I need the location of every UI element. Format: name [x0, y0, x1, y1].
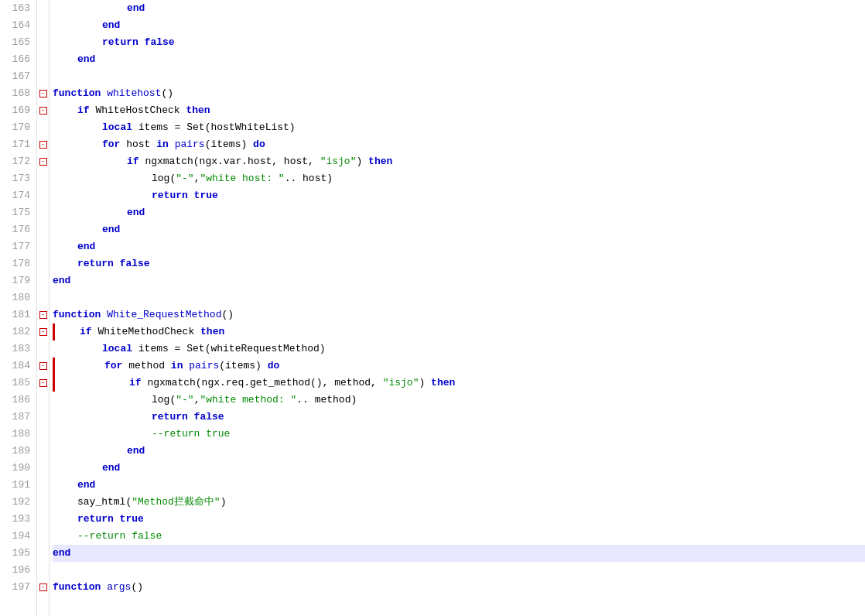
token-kw: then: [368, 153, 392, 170]
token-plain: items = Set(hostWhiteList): [138, 119, 296, 136]
token-plain: ,: [194, 170, 200, 187]
token-plain: (items): [205, 136, 253, 153]
line-number: 164: [6, 17, 30, 34]
fold-icon[interactable]: -: [39, 362, 47, 370]
code-line: if WhiteMethodCheck then: [53, 323, 865, 341]
code-line: end: [53, 0, 865, 17]
line-number: 191: [6, 477, 30, 494]
code-line: local items = Set(hostWhiteList): [53, 119, 865, 136]
code-line: for method in pairs(items) do: [53, 358, 865, 375]
fold-indicator[interactable]: -: [37, 102, 49, 119]
fold-indicator[interactable]: -: [37, 358, 49, 375]
token-kw: return true: [77, 511, 144, 528]
code-line: end: [53, 51, 865, 68]
line-number: 171: [6, 136, 30, 153]
code-line: --return false: [53, 528, 865, 545]
line-number: 196: [6, 562, 30, 579]
line-number: 192: [6, 494, 30, 511]
line-number: 184: [6, 358, 30, 375]
code-line: log("-","white method: ".. method): [53, 392, 865, 409]
fold-icon[interactable]: -: [39, 583, 47, 591]
fold-indicator[interactable]: -: [37, 136, 49, 153]
token-str: "isjo": [383, 375, 419, 392]
code-content: endendreturn falseendfunction whitehost(…: [50, 0, 865, 616]
fold-indicator: [37, 494, 49, 511]
fold-indicator: [37, 460, 49, 477]
fold-indicator: [37, 562, 49, 579]
fold-indicator: [37, 443, 49, 460]
token-plain: ngxmatch(ngx.req.get_method(), method,: [147, 375, 382, 392]
line-number: 174: [6, 187, 30, 204]
fold-indicator[interactable]: -: [37, 579, 49, 596]
fold-indicator[interactable]: -: [37, 85, 49, 102]
code-line: return false: [53, 409, 865, 426]
red-bar-indicator: [53, 358, 55, 375]
line-number: 168: [6, 85, 30, 102]
fold-icon[interactable]: -: [39, 158, 47, 166]
line-number: 197: [6, 579, 30, 596]
line-number: 176: [6, 221, 30, 238]
code-line: end: [53, 460, 865, 477]
fold-indicator: [37, 528, 49, 545]
line-number: 188: [6, 426, 30, 443]
line-number: 187: [6, 409, 30, 426]
line-number: 193: [6, 511, 30, 528]
fold-indicator[interactable]: -: [37, 375, 49, 392]
token-kw: end: [102, 221, 120, 238]
token-kw: end: [77, 51, 95, 68]
token-plain: (items): [219, 358, 267, 375]
line-number: 165: [6, 34, 30, 51]
token-plain: .. host): [285, 170, 333, 187]
fold-indicator: [37, 511, 49, 528]
fold-indicator: [37, 187, 49, 204]
token-kw: function: [53, 579, 107, 596]
code-editor: 1631641651661671681691701711721731741751…: [0, 0, 865, 616]
fold-icon[interactable]: -: [39, 107, 47, 115]
token-fn: whitehost: [107, 85, 161, 102]
code-line: end: [53, 221, 865, 238]
line-number: 190: [6, 460, 30, 477]
line-number: 172: [6, 153, 30, 170]
token-plain: host: [126, 136, 156, 153]
fold-icon[interactable]: -: [39, 328, 47, 336]
line-numbers: 1631641651661671681691701711721731741751…: [0, 0, 37, 616]
line-number: 180: [6, 289, 30, 306]
line-number: 186: [6, 392, 30, 409]
token-kw: for: [102, 136, 126, 153]
code-line: if ngxmatch(ngx.var.host, host, "isjo") …: [53, 153, 865, 170]
line-number: 175: [6, 204, 30, 221]
token-plain: (): [221, 306, 234, 323]
token-kw: end: [77, 238, 95, 255]
token-fn: White_RequestMethod: [107, 306, 221, 323]
fold-icon[interactable]: -: [39, 311, 47, 319]
token-comment: --return true: [152, 426, 230, 443]
token-kw: end: [102, 460, 120, 477]
fold-indicator: [37, 0, 49, 17]
token-kw: return false: [152, 409, 224, 426]
token-kw: end: [102, 17, 120, 34]
token-kw: function: [53, 85, 107, 102]
line-number: 185: [6, 375, 30, 392]
fold-indicator: [37, 170, 49, 187]
fold-indicator: [37, 289, 49, 306]
fold-indicator: [37, 392, 49, 409]
token-plain: method: [128, 358, 171, 375]
fold-icon[interactable]: -: [39, 141, 47, 149]
code-line: function White_RequestMethod(): [53, 306, 865, 323]
code-line: end: [53, 545, 865, 562]
fold-indicator: [37, 221, 49, 238]
fold-indicator[interactable]: -: [37, 306, 49, 323]
fold-column[interactable]: ---------: [37, 0, 50, 616]
token-plain: say_html(: [77, 494, 132, 511]
token-plain: ngxmatch(ngx.var.host, host,: [145, 153, 320, 170]
token-kw: in: [171, 358, 189, 375]
token-kw: return false: [102, 34, 175, 51]
fold-icon[interactable]: -: [39, 90, 47, 98]
fold-indicator[interactable]: -: [37, 153, 49, 170]
fold-icon[interactable]: -: [39, 379, 47, 387]
line-number: 194: [6, 528, 30, 545]
token-plain: (): [131, 579, 143, 596]
code-line: end: [53, 272, 865, 289]
line-number: 182: [6, 323, 30, 341]
fold-indicator[interactable]: -: [37, 323, 49, 341]
